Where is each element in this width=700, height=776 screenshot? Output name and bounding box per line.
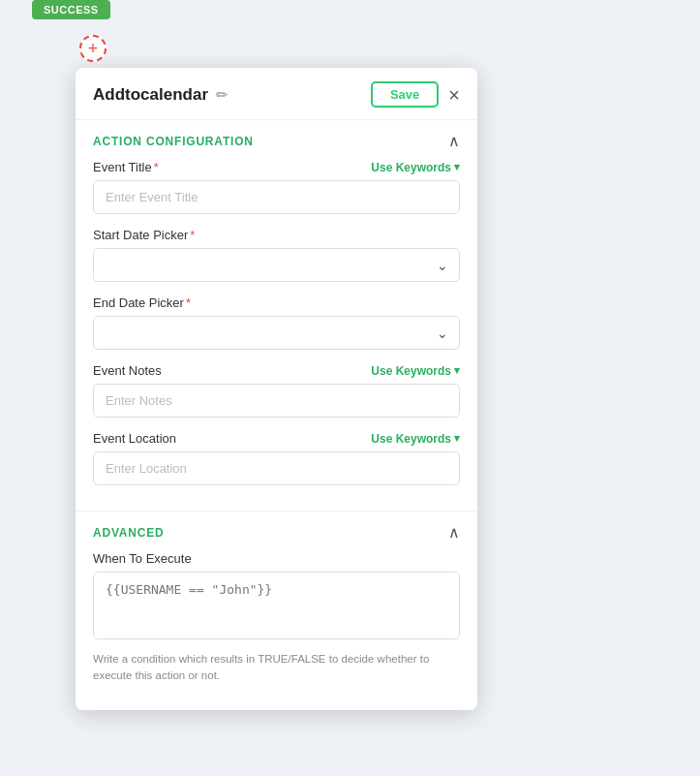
end-date-label: End Date Picker* (93, 295, 191, 310)
event-title-use-keywords-button[interactable]: Use Keywords ▾ (371, 161, 460, 174)
modal-title: Addtocalendar (93, 85, 208, 105)
advanced-collapse-icon[interactable]: ∧ (448, 523, 460, 542)
event-notes-keywords-chevron-icon: ▾ (454, 364, 460, 377)
event-title-label: Event Title* (93, 160, 159, 174)
end-date-select-wrapper: ⌄ (93, 316, 460, 350)
event-location-keywords-chevron-icon: ▾ (454, 432, 460, 445)
event-title-input[interactable] (93, 180, 460, 214)
when-to-execute-label-row: When To Execute (93, 551, 460, 566)
when-to-execute-label: When To Execute (93, 551, 192, 566)
save-button[interactable]: Save (371, 81, 439, 108)
advanced-section-body: When To Execute Write a condition which … (76, 551, 477, 710)
event-location-label-row: Event Location Use Keywords ▾ (93, 431, 460, 446)
event-notes-label: Event Notes (93, 363, 162, 378)
end-date-label-row: End Date Picker* (93, 295, 460, 310)
use-keywords-chevron-icon: ▾ (454, 161, 460, 173)
event-notes-label-row: Event Notes Use Keywords ▾ (93, 363, 460, 378)
action-config-section: ACTION CONFIGURATION ∧ Event Title* Use … (76, 120, 477, 511)
event-location-field: Event Location Use Keywords ▾ (93, 431, 460, 485)
start-date-select-wrapper: ⌄ (93, 248, 460, 282)
advanced-section: ADVANCED ∧ When To Execute Write a condi… (76, 512, 477, 710)
advanced-section-header: ADVANCED ∧ (76, 512, 477, 551)
when-to-execute-hint: Write a condition which results in TRUE/… (93, 651, 460, 685)
action-config-title: ACTION CONFIGURATION (93, 135, 254, 148)
event-location-use-keywords-button[interactable]: Use Keywords ▾ (371, 432, 460, 446)
plus-icon: + (88, 39, 99, 59)
start-date-required: * (190, 228, 195, 242)
event-title-required: * (154, 160, 159, 174)
end-date-select[interactable] (93, 316, 460, 350)
event-title-field: Event Title* Use Keywords ▾ (93, 160, 460, 214)
event-notes-use-keywords-button[interactable]: Use Keywords ▾ (371, 364, 460, 378)
advanced-section-title: ADVANCED (93, 526, 165, 540)
modal-panel: Addtocalendar ✏ Save × ACTION CONFIGURAT… (76, 68, 477, 710)
event-notes-input[interactable] (93, 384, 460, 418)
success-badge: SUCCESS (32, 0, 110, 19)
event-location-label: Event Location (93, 431, 176, 446)
event-notes-field: Event Notes Use Keywords ▾ (93, 363, 460, 418)
action-config-collapse-icon[interactable]: ∧ (448, 132, 460, 150)
when-to-execute-field: When To Execute Write a condition which … (93, 551, 460, 685)
edit-title-icon[interactable]: ✏ (216, 86, 228, 104)
event-location-input[interactable] (93, 451, 460, 485)
end-date-required: * (186, 295, 191, 310)
close-button[interactable]: × (448, 85, 460, 105)
start-date-label: Start Date Picker* (93, 228, 195, 242)
modal-actions: Save × (371, 81, 460, 108)
start-date-field: Start Date Picker* ⌄ (93, 228, 460, 282)
when-to-execute-textarea[interactable] (93, 572, 460, 639)
start-date-select[interactable] (93, 248, 460, 282)
end-date-field: End Date Picker* ⌄ (93, 295, 460, 350)
modal-header: Addtocalendar ✏ Save × (76, 68, 477, 120)
action-config-body: Event Title* Use Keywords ▾ Start Date P… (76, 160, 477, 511)
action-config-header: ACTION CONFIGURATION ∧ (76, 120, 477, 160)
start-date-label-row: Start Date Picker* (93, 228, 460, 242)
add-node-button[interactable]: + (79, 35, 107, 62)
modal-title-group: Addtocalendar ✏ (93, 85, 228, 105)
event-title-label-row: Event Title* Use Keywords ▾ (93, 160, 460, 174)
